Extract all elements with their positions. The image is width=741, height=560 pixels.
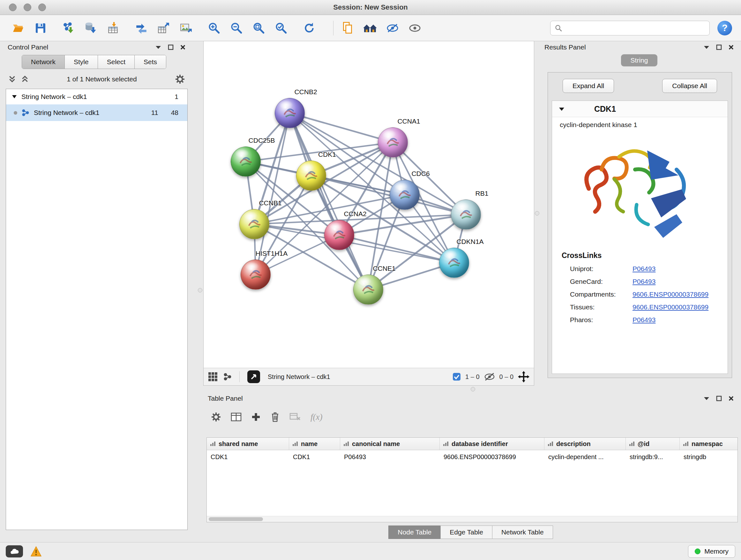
table-panel-menu-icon[interactable] (703, 396, 710, 400)
control-panel-float-icon[interactable] (168, 44, 174, 50)
horizontal-scrollbar[interactable] (207, 516, 738, 522)
help-button[interactable]: ? (718, 21, 732, 36)
zoom-fit-button[interactable] (250, 19, 268, 37)
birds-eye-view-button[interactable] (247, 370, 260, 383)
collection-expand-triangle-icon[interactable] (12, 95, 17, 99)
import-network-database-button[interactable] (82, 19, 100, 37)
table-panel-close-icon[interactable] (728, 395, 734, 401)
annotations-button[interactable] (339, 19, 357, 37)
network-node[interactable] (239, 209, 269, 239)
tab-node-table[interactable]: Node Table (388, 525, 441, 539)
string-results-tab[interactable]: String (621, 54, 658, 66)
network-collection-row[interactable]: String Network – cdk1 1 (6, 89, 187, 105)
collapse-all-networks-icon[interactable] (21, 75, 29, 83)
crosslink-link[interactable]: 9606.ENSP00000378699 (632, 303, 709, 311)
table-cell[interactable]: CDK1 (207, 450, 289, 463)
network-node[interactable] (231, 146, 261, 177)
column-header[interactable]: description (544, 438, 626, 450)
hidden-eye-slash-icon[interactable] (484, 373, 495, 381)
clone-network-button[interactable] (132, 19, 151, 37)
hide-selected-button[interactable] (383, 19, 402, 37)
network-node[interactable] (324, 220, 354, 250)
delete-column-trash-icon[interactable] (270, 412, 280, 422)
show-columns-icon[interactable] (231, 412, 242, 422)
tab-edge-table[interactable]: Edge Table (441, 525, 492, 539)
column-header[interactable]: @id (626, 438, 680, 450)
crosslink-link[interactable]: P06493 (632, 265, 656, 273)
control-panel-close-icon[interactable] (180, 44, 186, 50)
save-session-button[interactable] (31, 19, 50, 37)
expand-all-button[interactable]: Expand All (562, 79, 614, 93)
column-header[interactable]: namespac (680, 438, 738, 450)
table-panel-float-icon[interactable] (716, 395, 722, 401)
network-node[interactable] (390, 180, 420, 210)
tab-network-table[interactable]: Network Table (492, 525, 553, 539)
tab-style[interactable]: Style (65, 55, 98, 69)
zoom-in-button[interactable] (205, 19, 223, 37)
warning-icon[interactable] (30, 546, 42, 557)
tab-sets[interactable]: Sets (135, 55, 166, 69)
results-panel-float-icon[interactable] (716, 44, 722, 50)
crosslink-link[interactable]: P06493 (632, 316, 656, 324)
network-node[interactable] (439, 248, 469, 278)
table-cell[interactable]: P06493 (340, 450, 440, 463)
network-node[interactable] (241, 260, 271, 290)
crosslink-link[interactable]: P06493 (632, 278, 656, 286)
panel-splitter-handle[interactable] (198, 288, 202, 293)
gene-header-row[interactable]: CDK1 (552, 101, 728, 117)
control-panel-menu-icon[interactable] (155, 45, 161, 49)
zoom-selected-button[interactable] (272, 19, 290, 37)
cloud-button[interactable] (6, 545, 23, 557)
export-image-button[interactable] (177, 19, 195, 37)
expand-all-networks-icon[interactable] (8, 75, 16, 83)
open-session-button[interactable] (9, 19, 27, 37)
window-minimize-button[interactable] (23, 3, 31, 11)
network-glyph-icon[interactable] (223, 373, 232, 381)
network-canvas[interactable]: CCNB2CCNA1CDC25BCDK1CDC6RB1CCNB1CCNA2CDK… (204, 41, 534, 368)
network-node[interactable] (296, 161, 326, 191)
network-edge[interactable] (254, 113, 290, 224)
network-node[interactable] (378, 127, 408, 158)
home-button[interactable] (361, 19, 380, 37)
column-header[interactable]: canonical name (340, 438, 440, 450)
column-header[interactable]: shared name (207, 438, 289, 450)
create-column-plus-icon[interactable] (251, 412, 261, 422)
grid-view-icon[interactable] (208, 372, 218, 381)
export-table-button[interactable] (154, 19, 173, 37)
collapse-all-button[interactable]: Collapse All (662, 79, 717, 93)
column-header[interactable]: database identifier (440, 438, 544, 450)
column-header[interactable]: name (289, 438, 340, 450)
table-cell[interactable]: CDK1 (289, 450, 340, 463)
refresh-button[interactable] (300, 19, 319, 37)
search-input[interactable] (565, 24, 705, 32)
table-cell[interactable]: stringdb:9... (626, 450, 680, 463)
panel-splitter-handle[interactable] (535, 211, 539, 215)
memory-button[interactable]: Memory (688, 545, 735, 558)
panel-splitter-handle[interactable] (471, 387, 475, 391)
network-node[interactable] (275, 98, 305, 128)
table-cell[interactable]: stringdb (680, 450, 738, 463)
zoom-out-button[interactable] (227, 19, 246, 37)
table-cell[interactable]: cyclin-dependent ... (544, 450, 626, 463)
results-panel-menu-icon[interactable] (703, 45, 710, 49)
table-row[interactable]: CDK1 CDK1 P06493 9606.ENSP00000378699 cy… (207, 450, 738, 463)
window-close-button[interactable] (9, 3, 17, 11)
import-network-file-button[interactable] (59, 19, 78, 37)
network-node[interactable] (353, 274, 383, 305)
tab-select[interactable]: Select (98, 55, 135, 69)
crosslink-link[interactable]: 9606.ENSP00000378699 (632, 291, 709, 298)
table-options-gear-icon[interactable] (211, 412, 221, 422)
show-graphics-details-button[interactable] (406, 19, 424, 37)
network-edge[interactable] (290, 113, 368, 290)
tab-network[interactable]: Network (22, 55, 65, 69)
network-options-gear-icon[interactable] (175, 74, 185, 84)
results-panel-close-icon[interactable] (728, 44, 734, 50)
window-maximize-button[interactable] (38, 3, 46, 11)
network-node[interactable] (451, 199, 481, 230)
network-row[interactable]: String Network – cdk1 11 48 (6, 105, 187, 121)
table-cell[interactable]: 9606.ENSP00000378699 (440, 450, 544, 463)
pan-crosshair-icon[interactable] (518, 371, 529, 382)
import-table-file-button[interactable] (104, 19, 123, 37)
gene-collapse-triangle-icon[interactable] (558, 107, 565, 111)
scrollbar-thumb[interactable] (209, 517, 263, 521)
